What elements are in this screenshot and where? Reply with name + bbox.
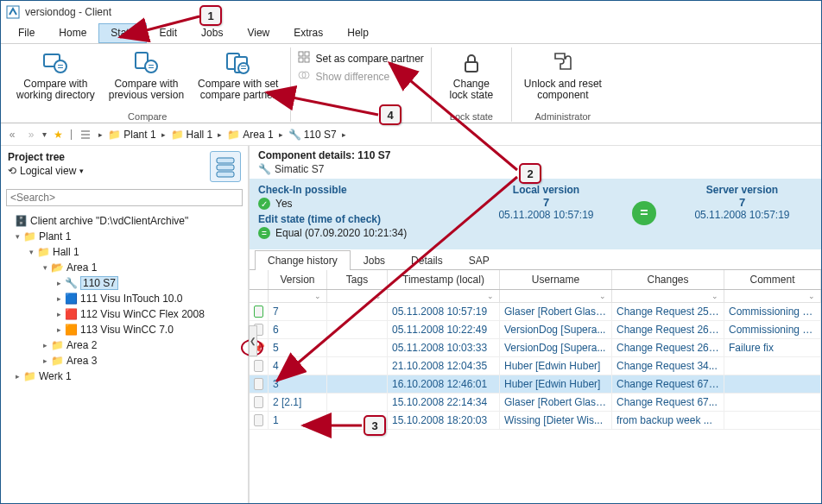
col-tags[interactable]: Tags	[327, 270, 388, 289]
tab-details[interactable]: Details	[398, 250, 456, 270]
ribbon-group-compare: = Compare with working directory = Compa…	[4, 47, 291, 122]
server-icon[interactable]	[210, 151, 241, 182]
filter-changes[interactable]: ⌄	[612, 290, 724, 302]
svg-rect-23	[217, 172, 234, 177]
col-version[interactable]: Version	[269, 270, 327, 289]
tree-plant[interactable]: 📁Plant 1	[3, 229, 246, 244]
cell-version: 7	[269, 303, 327, 320]
tree-archive[interactable]: 🗄️Client archive "D:\vdClientArchive"	[3, 213, 246, 229]
tree-area1[interactable]: 📂Area 1	[3, 260, 246, 275]
left-panel: Project tree ⟲ Logical view ▾ 🗄️Client a…	[1, 146, 250, 504]
change-lock-state-button[interactable]: Change lock state	[439, 47, 504, 103]
cell-comment	[724, 412, 821, 429]
svg-rect-13	[299, 58, 303, 62]
cell-tags	[327, 303, 388, 320]
menu-file[interactable]: File	[6, 23, 47, 43]
compare-working-dir-button[interactable]: = Compare with working directory	[11, 47, 100, 103]
menu-extras[interactable]: Extras	[281, 23, 335, 43]
search-input[interactable]	[6, 189, 243, 206]
tree-werk[interactable]: 📁Werk 1	[3, 369, 246, 384]
nav-dropdown-icon[interactable]: ▾	[42, 129, 47, 139]
crumb-leaf[interactable]: 🔧110 S7	[288, 129, 337, 141]
nav-back-icon[interactable]: «	[4, 127, 20, 142]
cell-username: Glaser [Robert Glaser]	[500, 394, 612, 411]
col-changes[interactable]: Changes	[612, 270, 724, 289]
s7-icon: 🔧	[258, 163, 271, 175]
col-timestamp[interactable]: Timestamp (local)	[388, 270, 500, 289]
menu-edit[interactable]: Edit	[147, 23, 189, 43]
nav-fwd-icon[interactable]: »	[23, 127, 39, 142]
cell-username: VersionDog [Supera...	[500, 321, 612, 338]
cell-tags	[327, 375, 388, 393]
server-version-value: 7	[672, 196, 813, 209]
diff-icon	[298, 69, 310, 84]
menu-jobs[interactable]: Jobs	[189, 23, 235, 43]
filter-comment[interactable]: ⌄	[724, 290, 821, 302]
grid-body: 705.11.2008 10:57:19Glaser [Robert Glase…	[250, 303, 821, 430]
table-row[interactable]: 2 [2.1]15.10.2008 22:14:34Glaser [Robert…	[250, 394, 821, 412]
tree-area3[interactable]: 📁Area 3	[3, 353, 246, 369]
table-row[interactable]: 115.10.2008 18:20:03Wissing [Dieter Wis.…	[250, 412, 821, 430]
crumb-area[interactable]: 📁Area 1	[227, 129, 273, 141]
callout-4: 4	[379, 104, 402, 125]
grid-icon	[298, 51, 310, 66]
ribbon-group-admin: Unlock and reset component Administrator	[512, 47, 614, 122]
crumb-plant[interactable]: 📁Plant 1	[108, 129, 155, 141]
menu-home[interactable]: Home	[47, 23, 98, 43]
tab-change-history[interactable]: Change history	[255, 250, 351, 270]
table-row[interactable]: 421.10.2008 12:04:35Huber [Edwin Huber]C…	[250, 357, 821, 375]
compare-previous-button[interactable]: = Compare with previous version	[104, 47, 189, 103]
show-difference-button[interactable]: Show difference	[298, 69, 423, 84]
table-row[interactable]: 316.10.2008 12:46:01Huber [Edwin Huber]C…	[250, 375, 821, 394]
svg-rect-21	[217, 158, 234, 163]
main-split: Project tree ⟲ Logical view ▾ 🗄️Client a…	[1, 146, 821, 504]
compare-prev-icon: =	[132, 49, 160, 77]
table-row[interactable]: 📌505.11.2008 10:03:33VersionDog [Supera.…	[250, 339, 821, 357]
table-row[interactable]: 705.11.2008 10:57:19Glaser [Robert Glase…	[250, 303, 821, 321]
wincc-flex-icon: 🟥	[65, 308, 78, 320]
set-compare-partner-button[interactable]: Set as compare partner	[298, 51, 423, 66]
cell-tags	[327, 357, 388, 375]
tree-112[interactable]: 🟥112 Visu WinCC Flex 2008	[3, 306, 246, 322]
unlock-reset-button[interactable]: Unlock and reset component	[519, 47, 607, 103]
tree-111[interactable]: 🟦111 Visu InTouch 10.0	[3, 291, 246, 306]
collapse-handle[interactable]: ❮	[249, 325, 257, 356]
menu-help[interactable]: Help	[335, 23, 381, 43]
component-title: Component details: 110 S7	[258, 149, 813, 161]
version-row-icon	[250, 375, 269, 393]
crumb-hall[interactable]: 📁Hall 1	[171, 129, 213, 141]
filter-tags[interactable]: ⌄	[327, 290, 388, 302]
filter-ts[interactable]: ⌄	[388, 290, 500, 302]
cell-comment	[724, 375, 821, 393]
table-row[interactable]: 605.11.2008 10:22:49VersionDog [Supera..…	[250, 321, 821, 339]
star-icon[interactable]: ★	[50, 127, 66, 142]
cell-username: VersionDog [Supera...	[500, 339, 612, 356]
server-version-time: 05.11.2008 10:57:19	[672, 209, 813, 221]
menu-state[interactable]: State	[98, 23, 147, 43]
tree-113[interactable]: 🟧113 Visu WinCC 7.0	[3, 322, 246, 337]
col-comment[interactable]: Comment	[724, 270, 821, 289]
tree-110-s7[interactable]: 🔧110 S7	[3, 275, 246, 291]
logical-view-dropdown[interactable]: ⟲ Logical view ▾	[8, 165, 84, 177]
tree-hall[interactable]: 📁Hall 1	[3, 244, 246, 260]
app-icon	[6, 5, 20, 19]
compare-set-partner-button[interactable]: = Compare with set compare partner	[193, 47, 283, 103]
link-icon: ⟲	[8, 165, 16, 177]
set-partner-label: Set as compare partner	[315, 53, 423, 65]
tab-jobs[interactable]: Jobs	[351, 250, 398, 270]
menu-view[interactable]: View	[235, 23, 281, 43]
filter-version[interactable]: ⌄	[269, 290, 327, 302]
tab-sap[interactable]: SAP	[456, 250, 503, 270]
search-field[interactable]	[6, 189, 243, 206]
list-icon[interactable]	[78, 127, 93, 142]
detail-tabs: Change history Jobs Details SAP	[250, 249, 821, 270]
cell-username: Huber [Edwin Huber]	[500, 357, 612, 375]
col-username[interactable]: Username	[500, 270, 612, 289]
lock-icon	[458, 49, 485, 77]
tree-area2[interactable]: 📁Area 2	[3, 337, 246, 353]
compare-set-label: Compare with set compare partner	[198, 79, 278, 101]
cell-comment: Commissioning version ...	[724, 303, 821, 320]
s7-icon: 🔧	[65, 277, 78, 289]
filter-user[interactable]: ⌄	[500, 290, 612, 302]
local-version-time: 05.11.2008 10:57:19	[476, 209, 616, 221]
